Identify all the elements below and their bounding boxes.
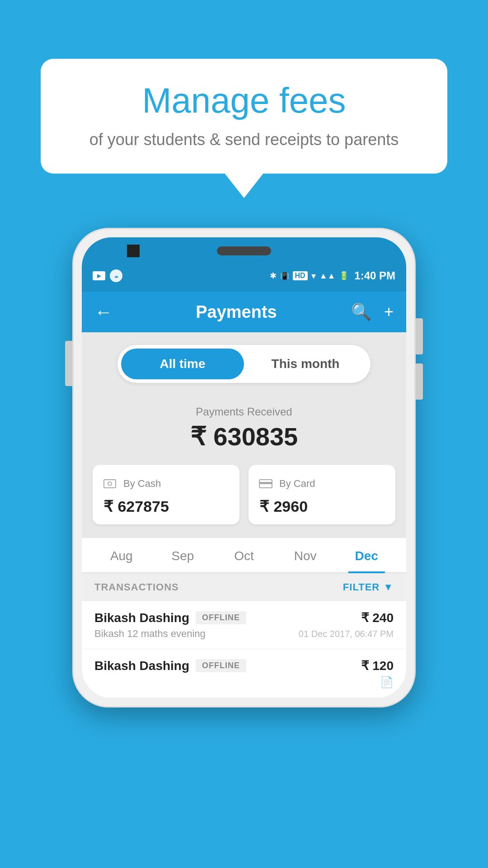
cards-row: By Cash ₹ 627875 By Card ₹	[82, 460, 406, 538]
vol-down-button	[416, 363, 423, 400]
tab-dec[interactable]: Dec	[336, 538, 397, 572]
card-label: By Card	[279, 478, 315, 490]
transaction-row-2: Bikash Dashing OFFLINE ₹ 120 📄	[82, 649, 406, 698]
back-button[interactable]: ←	[94, 302, 113, 322]
signal-icon: ▲▲	[319, 271, 336, 281]
svg-point-1	[108, 482, 112, 486]
tab-aug[interactable]: Aug	[91, 538, 152, 572]
transactions-header: TRANSACTIONS FILTER ▼	[82, 573, 406, 601]
filter-label: FILTER	[343, 581, 380, 593]
vol-up-button	[416, 318, 423, 354]
all-time-tab[interactable]: All time	[121, 349, 244, 379]
cash-label: By Cash	[123, 478, 161, 490]
cash-card-header: By Cash	[102, 476, 230, 492]
transaction-bottom-1: Bikash 12 maths evening 01 Dec 2017, 06:…	[94, 628, 394, 640]
svg-rect-0	[104, 480, 116, 488]
speaker	[217, 246, 271, 255]
cloud-icon: ☁	[110, 269, 122, 282]
status-right: ✱ 📳 HD ▾ ▲▲ 🔋 1:40 PM	[270, 269, 395, 282]
card-card-header: By Card	[258, 476, 386, 492]
transaction-top-1: Bikash Dashing OFFLINE ₹ 240	[94, 610, 394, 625]
month-tabs: Aug Sep Oct Nov Dec	[82, 538, 406, 573]
phone-top-area	[82, 237, 406, 260]
offline-badge-1: OFFLINE	[196, 611, 246, 624]
transaction-name-row-2: Bikash Dashing OFFLINE	[94, 659, 246, 673]
toggle-section: All time This month	[82, 332, 406, 392]
add-icon[interactable]: +	[384, 302, 394, 321]
phone-wrapper: ▶ ☁ ✱ 📳 HD ▾ ▲▲ 🔋 1:40 PM ← Payments	[72, 228, 416, 708]
status-left-icons: ▶ ☁	[93, 269, 122, 282]
phone-shell: ▶ ☁ ✱ 📳 HD ▾ ▲▲ 🔋 1:40 PM ← Payments	[72, 228, 416, 708]
transaction-date-1: 01 Dec 2017, 06:47 PM	[299, 629, 394, 639]
transaction-row-1: Bikash Dashing OFFLINE ₹ 240 Bikash 12 m…	[82, 601, 406, 649]
payments-section: Payments Received ₹ 630835	[82, 392, 406, 460]
transaction-name-1: Bikash Dashing	[94, 611, 189, 625]
bubble-title: Manage fees	[68, 81, 420, 120]
transactions-label: TRANSACTIONS	[94, 581, 179, 593]
cash-card: By Cash ₹ 627875	[93, 465, 239, 524]
tab-sep[interactable]: Sep	[152, 538, 214, 572]
speech-bubble: Manage fees of your students & send rece…	[41, 59, 447, 174]
this-month-tab[interactable]: This month	[244, 349, 367, 379]
bubble-subtitle: of your students & send receipts to pare…	[68, 128, 420, 151]
toggle-container: All time This month	[117, 345, 371, 383]
tab-nov[interactable]: Nov	[275, 538, 336, 572]
battery-icon: 🔋	[339, 271, 349, 281]
top-bar-icons: 🔍 +	[351, 302, 394, 321]
tab-oct[interactable]: Oct	[213, 538, 275, 572]
status-bar: ▶ ☁ ✱ 📳 HD ▾ ▲▲ 🔋 1:40 PM	[82, 260, 406, 292]
wifi-icon: ▾	[311, 270, 316, 281]
search-icon[interactable]: 🔍	[351, 302, 371, 321]
camera	[127, 245, 140, 257]
card-icon	[258, 476, 274, 492]
offline-badge-2: OFFLINE	[196, 659, 246, 672]
page-title: Payments	[122, 302, 351, 322]
vibrate-icon: 📳	[280, 272, 289, 280]
doc-icon: 📄	[380, 676, 394, 689]
card-amount: ₹ 2960	[258, 497, 386, 515]
bluetooth-icon: ✱	[270, 271, 277, 281]
filter-icon: ▼	[383, 581, 394, 593]
transaction-amount-1: ₹ 240	[361, 610, 394, 625]
transaction-desc-1: Bikash 12 maths evening	[94, 628, 206, 640]
svg-rect-3	[259, 482, 272, 484]
top-bar: ← Payments 🔍 +	[82, 292, 406, 332]
payments-amount: ₹ 630835	[95, 422, 393, 451]
transaction-name-row-1: Bikash Dashing OFFLINE	[94, 611, 246, 625]
cash-amount: ₹ 627875	[102, 497, 230, 515]
transaction-top-2: Bikash Dashing OFFLINE ₹ 120	[94, 658, 394, 673]
card-card: By Card ₹ 2960	[249, 465, 395, 524]
payments-label: Payments Received	[95, 406, 393, 418]
hd-badge: HD	[293, 271, 308, 280]
cash-icon	[102, 476, 118, 492]
phone-screen: ▶ ☁ ✱ 📳 HD ▾ ▲▲ 🔋 1:40 PM ← Payments	[82, 237, 406, 698]
transaction-amount-2: ₹ 120	[361, 658, 394, 673]
filter-button[interactable]: FILTER ▼	[343, 581, 394, 593]
transaction-bottom-2: 📄	[94, 676, 394, 689]
power-button	[65, 341, 72, 386]
play-icon: ▶	[93, 271, 105, 280]
transaction-name-2: Bikash Dashing	[94, 659, 189, 673]
status-time: 1:40 PM	[354, 269, 395, 282]
